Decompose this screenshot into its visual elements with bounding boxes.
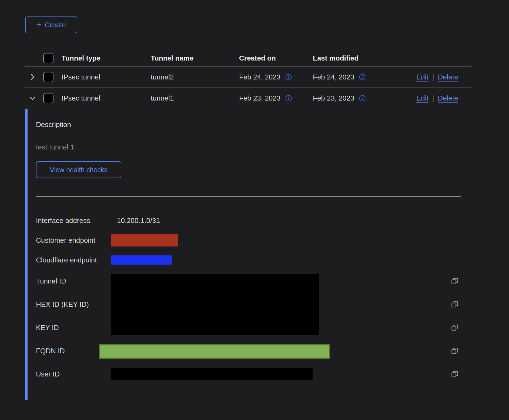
user-id-label: User ID — [36, 370, 60, 378]
last-modified-value: Feb 24, 2023 — [313, 73, 354, 81]
row-checkbox[interactable] — [43, 93, 53, 103]
fqdn-id-label: FQDN ID — [36, 347, 65, 355]
actions-separator: | — [432, 73, 434, 81]
tunnel-name-value: tunnel2 — [151, 73, 174, 81]
tunnel-type-value: IPsec tunnel — [62, 94, 100, 102]
info-icon[interactable] — [285, 73, 292, 81]
copy-icon[interactable] — [451, 324, 459, 332]
table-row: IPsec tunnel tunnel1 Feb 23, 2023 Feb 23… — [25, 88, 471, 108]
description-label: Description — [36, 121, 71, 129]
interface-address-label: Interface address — [36, 216, 90, 225]
tunnel-name-value: tunnel1 — [151, 94, 174, 102]
select-all-checkbox[interactable] — [43, 53, 53, 63]
copy-icon[interactable] — [451, 300, 459, 308]
interface-address-value: 10.200.1.0/31 — [117, 216, 160, 225]
row-checkbox[interactable] — [43, 72, 53, 82]
redacted-customer-endpoint — [111, 234, 178, 246]
tunnel-detail-panel: Description test tunnel 1 View health ch… — [25, 109, 471, 400]
expand-chevron-right-icon[interactable] — [28, 73, 36, 81]
copy-icon[interactable] — [451, 347, 459, 355]
edit-link[interactable]: Edit — [416, 94, 428, 102]
header-last-modified: Last modified — [313, 54, 359, 62]
tunnel-type-value: IPsec tunnel — [62, 73, 100, 81]
header-created-on: Created on — [239, 54, 276, 62]
table-row: IPsec tunnel tunnel2 Feb 24, 2023 Feb 24… — [25, 67, 471, 88]
delete-link[interactable]: Delete — [438, 73, 458, 81]
customer-endpoint-label: Customer endpoint — [36, 236, 95, 245]
created-on-value: Feb 23, 2023 — [239, 94, 280, 102]
info-icon[interactable] — [359, 94, 366, 102]
info-icon[interactable] — [359, 73, 366, 81]
tunnel-id-label: Tunnel ID — [36, 277, 66, 285]
view-health-checks-button[interactable]: View health checks — [36, 161, 121, 178]
last-modified-value: Feb 23, 2023 — [313, 94, 354, 102]
redacted-user-id — [111, 368, 313, 380]
plus-icon: + — [36, 20, 42, 29]
create-button-label: Create — [45, 21, 66, 29]
redacted-cloudflare-endpoint — [111, 255, 172, 265]
header-tunnel-name: Tunnel name — [151, 54, 193, 62]
redacted-tunnel-ids — [111, 274, 319, 335]
tunnels-page: + Create Tunnel type Tunnel name Created… — [0, 0, 509, 420]
description-value: test tunnel 1 — [36, 143, 74, 151]
copy-icon[interactable] — [451, 370, 459, 378]
section-divider — [36, 196, 461, 197]
hex-id-label: HEX ID (KEY ID) — [36, 300, 89, 309]
create-button[interactable]: + Create — [25, 16, 77, 33]
header-tunnel-type: Tunnel type — [62, 54, 101, 62]
table-header-row: Tunnel type Tunnel name Created on Last … — [25, 50, 471, 67]
key-id-label: KEY ID — [36, 324, 59, 332]
actions-separator: | — [432, 94, 434, 102]
redacted-fqdn-id — [99, 344, 330, 359]
edit-link[interactable]: Edit — [416, 73, 428, 81]
info-icon[interactable] — [285, 94, 292, 102]
created-on-value: Feb 24, 2023 — [239, 73, 280, 81]
copy-icon[interactable] — [451, 277, 459, 285]
expansion-indicator-bar — [25, 109, 28, 400]
delete-link[interactable]: Delete — [438, 94, 458, 102]
collapse-chevron-down-icon[interactable] — [28, 94, 36, 102]
cloudflare-endpoint-label: Cloudflare endpoint — [36, 256, 97, 264]
